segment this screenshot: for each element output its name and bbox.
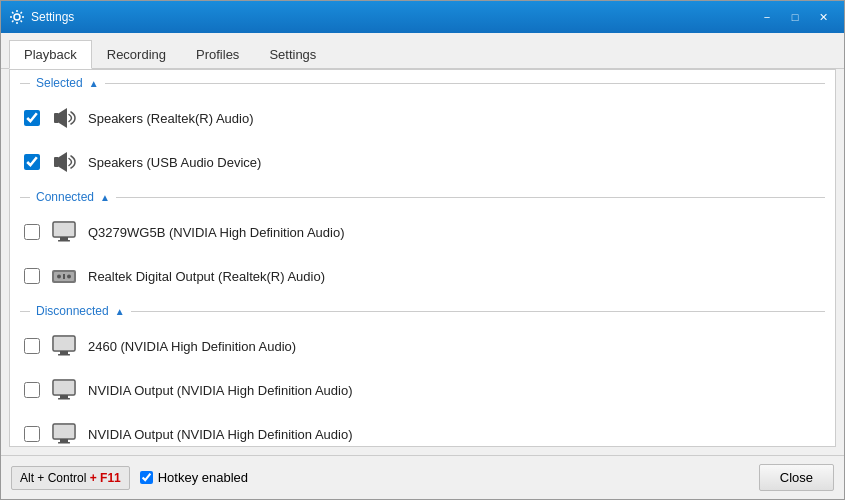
svg-rect-16: [60, 351, 68, 354]
list-item[interactable]: Q3279WG5B (NVIDIA High Definition Audio): [10, 210, 835, 254]
close-button[interactable]: Close: [759, 464, 834, 491]
device-checkbox-2460[interactable]: [24, 338, 40, 354]
speaker-icon: [50, 148, 78, 176]
speaker-icon: [50, 104, 78, 132]
svg-point-0: [14, 14, 20, 20]
list-item[interactable]: 2460 (NVIDIA High Definition Audio): [10, 324, 835, 368]
monitor-icon: [50, 332, 78, 360]
device-checkbox-realtek-digital[interactable]: [24, 268, 40, 284]
monitor-icon: [50, 218, 78, 246]
main-content: Selected ▲ Speakers (Realtek(R) Audio): [9, 69, 836, 447]
svg-rect-17: [58, 354, 70, 356]
svg-rect-19: [53, 380, 75, 395]
digital-output-icon: [50, 262, 78, 290]
footer: Alt + Control + F11 Hotkey enabled Close: [1, 455, 844, 499]
device-name-q3279: Q3279WG5B (NVIDIA High Definition Audio): [88, 225, 345, 240]
list-item[interactable]: Speakers (USB Audio Device): [10, 140, 835, 184]
section-disconnected-label: Disconnected: [36, 304, 109, 318]
svg-marker-4: [59, 152, 67, 172]
svg-point-11: [57, 275, 61, 279]
section-connected-chevron: ▲: [100, 192, 110, 203]
svg-rect-20: [60, 395, 68, 398]
svg-rect-15: [53, 336, 75, 351]
tab-profiles[interactable]: Profiles: [181, 40, 254, 69]
device-name-speakers-realtek: Speakers (Realtek(R) Audio): [88, 111, 253, 126]
window-close-button[interactable]: ✕: [810, 7, 836, 27]
device-checkbox-nvidia-1[interactable]: [24, 382, 40, 398]
tab-playback[interactable]: Playback: [9, 40, 92, 69]
svg-point-12: [67, 275, 71, 279]
window-title: Settings: [31, 10, 754, 24]
tab-recording[interactable]: Recording: [92, 40, 181, 69]
device-checkbox-nvidia-2[interactable]: [24, 426, 40, 442]
monitor-icon: [50, 376, 78, 404]
list-item[interactable]: NVIDIA Output (NVIDIA High Definition Au…: [10, 412, 835, 447]
monitor-icon: [50, 420, 78, 447]
section-disconnected-chevron: ▲: [115, 306, 125, 317]
svg-rect-8: [58, 240, 70, 242]
hotkey-enabled-label: Hotkey enabled: [158, 470, 248, 485]
svg-rect-13: [63, 274, 65, 279]
svg-rect-3: [54, 157, 59, 167]
hotkey-text-highlight: + F11: [90, 471, 121, 485]
device-checkbox-speakers-usb[interactable]: [24, 154, 40, 170]
settings-icon: [9, 9, 25, 25]
hotkey-text-part1: Alt + Control: [20, 471, 90, 485]
svg-rect-6: [53, 222, 75, 237]
device-name-realtek-digital: Realtek Digital Output (Realtek(R) Audio…: [88, 269, 325, 284]
device-name-nvidia-2: NVIDIA Output (NVIDIA High Definition Au…: [88, 427, 352, 442]
window-controls: − □ ✕: [754, 7, 836, 27]
svg-rect-7: [60, 237, 68, 240]
list-item[interactable]: Realtek Digital Output (Realtek(R) Audio…: [10, 254, 835, 298]
section-connected-label: Connected: [36, 190, 94, 204]
section-selected: Selected ▲: [10, 70, 835, 96]
svg-rect-1: [54, 113, 59, 123]
tabs-bar: Playback Recording Profiles Settings: [1, 33, 844, 69]
hotkey-label: Alt + Control + F11: [11, 466, 130, 490]
svg-rect-23: [53, 424, 75, 439]
section-connected: Connected ▲: [10, 184, 835, 210]
section-selected-label: Selected: [36, 76, 83, 90]
tab-settings[interactable]: Settings: [254, 40, 331, 69]
section-selected-chevron: ▲: [89, 78, 99, 89]
maximize-button[interactable]: □: [782, 7, 808, 27]
svg-rect-24: [60, 439, 68, 442]
svg-marker-2: [59, 108, 67, 128]
device-checkbox-speakers-realtek[interactable]: [24, 110, 40, 126]
device-name-2460: 2460 (NVIDIA High Definition Audio): [88, 339, 296, 354]
list-item[interactable]: NVIDIA Output (NVIDIA High Definition Au…: [10, 368, 835, 412]
device-name-speakers-usb: Speakers (USB Audio Device): [88, 155, 261, 170]
minimize-button[interactable]: −: [754, 7, 780, 27]
list-item[interactable]: Speakers (Realtek(R) Audio): [10, 96, 835, 140]
hotkey-enabled-checkbox[interactable]: [140, 471, 153, 484]
settings-window: Settings − □ ✕ Playback Recording Profil…: [0, 0, 845, 500]
titlebar: Settings − □ ✕: [1, 1, 844, 33]
svg-rect-21: [58, 398, 70, 400]
svg-rect-25: [58, 442, 70, 444]
device-name-nvidia-1: NVIDIA Output (NVIDIA High Definition Au…: [88, 383, 352, 398]
section-disconnected: Disconnected ▲: [10, 298, 835, 324]
hotkey-enabled-container: Hotkey enabled: [140, 470, 248, 485]
device-checkbox-q3279[interactable]: [24, 224, 40, 240]
